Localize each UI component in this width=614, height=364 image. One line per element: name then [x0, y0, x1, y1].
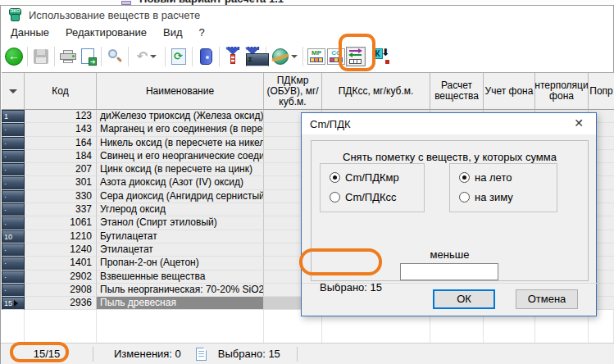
ok-button[interactable]: ОК — [433, 289, 495, 309]
menu-view[interactable]: Вид — [155, 25, 191, 40]
pdk-radio-panel: Cm/ПДКмр Cm/ПДКсс — [320, 163, 425, 212]
title-bar: ЭКО Использование веществ в расчете — [1, 6, 613, 24]
row-marker[interactable]: · — [2, 150, 25, 163]
column-header-calc[interactable]: Расчет вещества — [430, 73, 484, 110]
print-button[interactable] — [58, 47, 78, 66]
row-marker[interactable]: 10 — [2, 230, 25, 243]
cell-name[interactable]: Бутилацетат — [97, 230, 264, 243]
column-header-pdkss[interactable]: ПДКсс, мг/куб.м. — [322, 73, 430, 110]
cell-name[interactable]: Этилацетат — [97, 243, 264, 257]
sum-pdk-table-button[interactable] — [346, 47, 366, 66]
cell-name[interactable]: диЖелезо триоксид (Железа оксид) (в пере — [97, 110, 264, 123]
row-marker[interactable]: · — [2, 257, 25, 270]
cell-name[interactable]: Взвешенные вещества — [97, 271, 264, 284]
menu-bar: Данные Редактирование Вид ? — [1, 24, 613, 40]
less-label: меньше — [312, 248, 588, 261]
radio-winter[interactable]: на зиму — [459, 191, 557, 203]
filter-button[interactable] — [223, 47, 243, 66]
save-button[interactable] — [31, 47, 51, 66]
k-constants-button[interactable]: К⬇ — [372, 47, 392, 66]
cell-code[interactable]: 330 — [25, 190, 97, 203]
column-header-pdkmr[interactable]: ПДКмр (ОБУВ), мг/куб.м. — [264, 73, 322, 110]
toolbar-separator — [302, 47, 303, 66]
radio-label: на зиму — [475, 191, 513, 203]
notebook-button[interactable] — [196, 47, 216, 66]
row-marker[interactable]: · — [2, 163, 25, 176]
season-radio-panel: на лето на зиму — [449, 163, 557, 212]
toolbar-separator — [192, 47, 193, 66]
cancel-button[interactable]: Отмена — [516, 289, 578, 309]
cell-code[interactable]: 1061 — [25, 216, 97, 230]
dialog-separator — [302, 283, 598, 284]
cell-name[interactable]: Свинец и его неорганические соединения — [97, 150, 264, 163]
row-marker[interactable]: · — [2, 243, 25, 257]
status-divider — [297, 347, 298, 362]
row-marker[interactable]: · — [2, 203, 25, 216]
radio-cm-pdkss[interactable]: Cm/ПДКсс — [330, 191, 424, 203]
cell-name[interactable]: Этанол (Спирт этиловый) — [97, 216, 264, 230]
radio-cm-pdkmr[interactable]: Cm/ПДКмр — [330, 171, 424, 184]
row-marker[interactable]: · — [2, 123, 25, 136]
cell-code[interactable]: 123 — [25, 110, 97, 123]
cell-code[interactable]: 301 — [25, 176, 97, 189]
column-header-interpolation[interactable]: нтерполяци фона — [535, 73, 589, 110]
cell-name[interactable]: Пыль древесная — [97, 297, 264, 310]
radio-icon — [330, 172, 340, 183]
cell-code[interactable]: 1240 — [25, 243, 97, 257]
cell-code[interactable]: 2902 — [25, 271, 97, 284]
toolbar-separator — [165, 47, 166, 66]
notebook-icon — [200, 48, 212, 65]
back-icon — [5, 48, 23, 66]
cell-name[interactable]: Никель оксид (в пересчете на никель) — [97, 137, 264, 150]
cell-code[interactable]: 184 — [25, 150, 97, 163]
column-header-code[interactable]: Код — [25, 73, 97, 110]
search-button[interactable] — [105, 47, 125, 66]
close-icon[interactable]: ✕ — [568, 115, 589, 131]
column-header-background[interactable]: Учет фона — [484, 73, 535, 110]
row-marker[interactable]: · — [2, 137, 25, 150]
cell-name[interactable]: Углерод оксид — [97, 203, 264, 216]
cell-code[interactable]: 207 — [25, 163, 97, 176]
menu-help[interactable]: ? — [191, 25, 213, 40]
refresh-icon — [171, 48, 186, 65]
toolbar-separator — [54, 47, 55, 66]
cell-name[interactable]: Цинк оксид (в пересчете на цинк) — [97, 163, 264, 176]
column-header-correction[interactable]: Попр — [589, 73, 614, 110]
cell-name[interactable]: Марганец и его соединения (в пересчете н — [97, 123, 264, 136]
cell-code[interactable]: 2908 — [25, 284, 97, 297]
cell-name[interactable]: Азота диоксид (Азот (IV) оксид) — [97, 176, 264, 189]
cell-code[interactable]: 2936 — [25, 297, 97, 310]
row-marker[interactable]: 15 — [2, 297, 25, 310]
column-header-name[interactable]: Наименование — [97, 73, 264, 110]
cell-code[interactable]: 337 — [25, 203, 97, 216]
globe-button[interactable] — [270, 47, 299, 66]
export-button[interactable]: ➜ — [78, 47, 98, 66]
row-marker[interactable]: · — [2, 190, 25, 203]
refresh-button[interactable] — [169, 47, 189, 66]
mp-button[interactable]: MP — [307, 47, 326, 66]
row-marker[interactable]: · — [2, 271, 25, 284]
undo-button[interactable]: ↶ — [132, 47, 161, 66]
cell-name[interactable]: Пыль неорганическая: 70-20% SiO2 — [97, 284, 264, 297]
status-changes: Изменения: 0 — [114, 348, 181, 360]
row-marker[interactable]: · — [2, 284, 25, 297]
cell-code[interactable]: 1401 — [25, 257, 97, 270]
row-marker[interactable]: 1 — [2, 110, 25, 123]
row-marker[interactable]: · — [2, 176, 25, 189]
menu-edit[interactable]: Редактирование — [57, 25, 155, 40]
row-marker[interactable]: · — [2, 216, 25, 230]
cell-name[interactable]: Сера диоксид (Ангидрид сернистый) — [97, 190, 264, 203]
cell-code[interactable]: 164 — [25, 137, 97, 150]
cell-name[interactable]: Пропан-2-он (Ацетон) — [97, 257, 264, 270]
menu-data[interactable]: Данные — [2, 25, 57, 40]
back-button[interactable] — [4, 47, 24, 66]
radio-summer[interactable]: на лето — [459, 171, 557, 184]
cell-code[interactable]: 1210 — [25, 230, 97, 243]
filter-sum-button[interactable]: Σ — [243, 47, 262, 66]
cell-code[interactable]: 143 — [25, 123, 97, 136]
column-menu-button[interactable] — [2, 73, 25, 110]
cc-button[interactable]: СС — [326, 47, 346, 66]
app-eco-icon: ЭКО — [8, 8, 22, 21]
less-input[interactable] — [400, 263, 498, 280]
dialog-group-box: Снять пометку с веществ, у которых сумма… — [311, 140, 589, 281]
